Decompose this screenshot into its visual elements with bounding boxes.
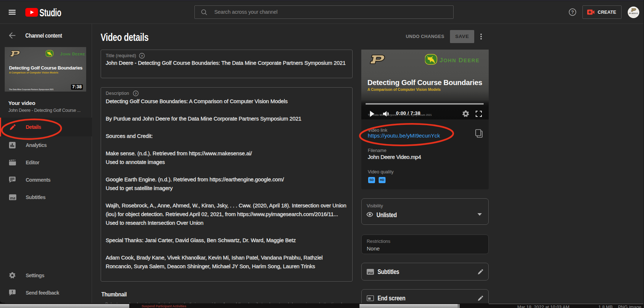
- svg-text:PURDUE: PURDUE: [629, 12, 638, 14]
- svg-text:?: ?: [141, 54, 143, 58]
- svg-text:JOHN DEERE: JOHN DEERE: [60, 52, 85, 56]
- svg-text:?: ?: [135, 92, 137, 96]
- svg-text:?: ?: [571, 10, 574, 15]
- svg-text:JOHN DEERE: JOHN DEERE: [439, 57, 480, 64]
- svg-text:The Data Mine: The Data Mine: [631, 16, 636, 17]
